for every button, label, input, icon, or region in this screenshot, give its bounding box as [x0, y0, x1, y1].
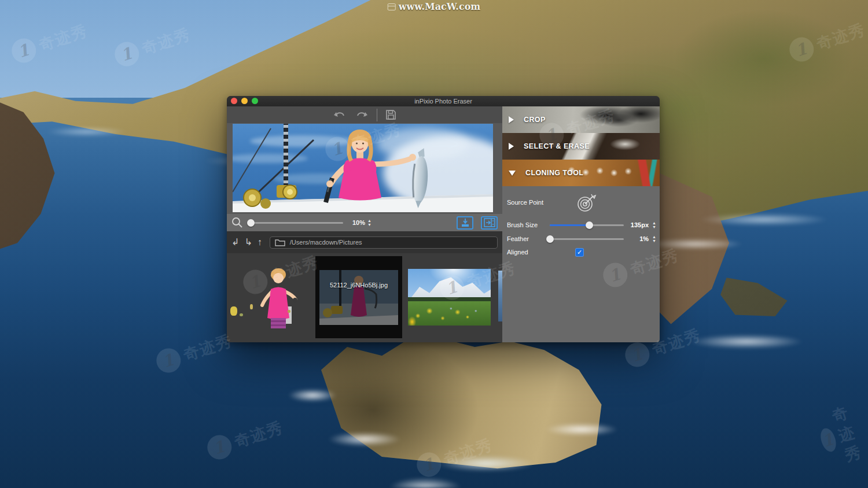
section-label: SELECT & ERASE	[524, 142, 590, 150]
canvas-area	[227, 123, 502, 214]
stepper-down-icon[interactable]: ▼	[652, 225, 656, 229]
stepper-up-icon[interactable]: ▲	[652, 221, 656, 225]
brush-size-thumb[interactable]	[586, 221, 593, 229]
export-icon	[484, 218, 495, 227]
macw-watermark-text: www.MacW.com	[399, 1, 481, 12]
window-logo-icon	[388, 3, 396, 10]
import-icon	[459, 218, 471, 227]
window-title: inPixio Photo Eraser	[227, 98, 660, 105]
section-select-erase[interactable]: SELECT & ERASE	[502, 133, 660, 160]
source-point-button[interactable]	[576, 193, 597, 215]
tool-panel: CROP SELECT & ERASE CLONING TOOL Source …	[502, 106, 660, 342]
traffic-lights	[231, 98, 258, 104]
source-point-label: Source Point	[507, 199, 543, 206]
feather-slider[interactable]	[550, 235, 624, 243]
desktop: www.MacW.com inPixio Photo Eraser	[0, 0, 868, 488]
stepper-up-icon[interactable]: ▲	[652, 235, 656, 239]
meadow-grass	[408, 301, 491, 326]
checkmark-icon: ✓	[577, 249, 582, 256]
zoom-slider-thumb[interactable]	[247, 219, 255, 227]
feather-label: Feather	[507, 235, 550, 242]
target-icon	[576, 193, 597, 213]
zoom-value: 10%	[352, 219, 365, 226]
export-image-button[interactable]	[481, 216, 498, 230]
thumbnail-partial[interactable]	[498, 271, 502, 321]
current-path: /Users/macdown/Pictures	[290, 239, 362, 246]
chevron-right-icon	[509, 143, 514, 150]
app-window: inPixio Photo Eraser	[227, 96, 660, 342]
thumbnail-meadow[interactable]	[408, 269, 491, 326]
cutout-fragment	[240, 313, 243, 316]
zoom-window-button[interactable]	[252, 98, 258, 104]
selected-filename: 52112_j6NHo5Bj.jpg	[307, 282, 410, 289]
undo-icon	[333, 109, 347, 121]
brush-size-slider[interactable]	[550, 221, 624, 229]
close-button[interactable]	[231, 98, 237, 104]
toolbar	[227, 106, 502, 123]
brush-size-fill	[550, 224, 589, 226]
undo-button[interactable]	[333, 109, 347, 121]
toolbar-divider	[377, 109, 377, 121]
nav-forward-icon[interactable]: ↳	[244, 238, 252, 247]
path-field[interactable]: /Users/macdown/Pictures	[270, 236, 498, 249]
save-icon	[385, 109, 396, 120]
zoom-readout: 10% ▲ ▼	[352, 219, 372, 227]
section-label: CLONING TOOL	[525, 169, 583, 177]
feather-row: Feather 1% ▲ ▼	[507, 234, 656, 244]
zoom-slider[interactable]	[248, 219, 343, 227]
macw-watermark: www.MacW.com	[388, 1, 481, 12]
selected-thumbnail-image	[319, 270, 398, 325]
folder-icon	[275, 238, 285, 246]
feather-stepper[interactable]: ▲ ▼	[652, 235, 656, 243]
section-crop[interactable]: CROP	[502, 106, 660, 133]
feather-thumb[interactable]	[546, 235, 554, 243]
section-cloning-tool[interactable]: CLONING TOOL	[502, 160, 660, 186]
thumbnail-strip: 52112_j6NHo5Bj.jpg	[227, 253, 502, 342]
photo-girl-with-fish	[233, 124, 493, 212]
redo-icon	[355, 109, 369, 121]
zoom-stepper[interactable]: ▲ ▼	[367, 219, 372, 227]
nav-up-icon[interactable]: ↑	[258, 238, 262, 247]
cutout-fragment	[288, 310, 290, 313]
magnifier-icon	[231, 217, 243, 228]
cutout-girl-image	[255, 264, 302, 334]
feather-track[interactable]	[550, 238, 624, 240]
redo-button[interactable]	[355, 109, 369, 121]
brush-size-stepper[interactable]: ▲ ▼	[652, 221, 656, 229]
file-browser-bar: ↲ ↳ ↑ /Users/macdown/Pictures	[227, 231, 502, 253]
zoom-slider-track[interactable]	[248, 222, 343, 224]
save-button[interactable]	[385, 109, 396, 120]
source-point-row: Source Point	[507, 199, 654, 206]
thumbnail-selected[interactable]: 52112_j6NHo5Bj.jpg	[315, 256, 402, 338]
zoom-slider-fill	[248, 222, 251, 224]
titlebar[interactable]: inPixio Photo Eraser	[227, 96, 660, 106]
zoom-bar: 10% ▲ ▼	[227, 214, 502, 231]
stepper-down-icon[interactable]: ▼	[652, 239, 656, 243]
editing-canvas-photo[interactable]	[233, 124, 493, 212]
stepper-up-icon[interactable]: ▲	[367, 219, 372, 223]
thumbnail-dim-overlay	[319, 270, 398, 325]
minimize-button[interactable]	[241, 98, 248, 104]
brush-size-value: 135px	[624, 221, 652, 228]
import-image-button[interactable]	[457, 216, 473, 230]
brush-size-label: Brush Size	[507, 221, 550, 228]
cutout-fragment	[230, 306, 237, 316]
aligned-row: Aligned ✓	[507, 247, 656, 257]
stepper-down-icon[interactable]: ▼	[367, 223, 372, 227]
cutout-fragment	[250, 304, 253, 309]
aligned-label: Aligned	[507, 249, 550, 256]
brush-size-row: Brush Size 135px ▲ ▼	[507, 220, 656, 230]
thumbnail-cutout-girl[interactable]	[255, 264, 302, 334]
aligned-checkbox[interactable]: ✓	[575, 248, 584, 257]
chevron-right-icon	[509, 116, 514, 123]
section-label: CROP	[524, 116, 546, 124]
feather-value: 1%	[624, 235, 652, 242]
nav-back-icon[interactable]: ↲	[231, 238, 239, 247]
chevron-down-icon	[509, 171, 516, 176]
